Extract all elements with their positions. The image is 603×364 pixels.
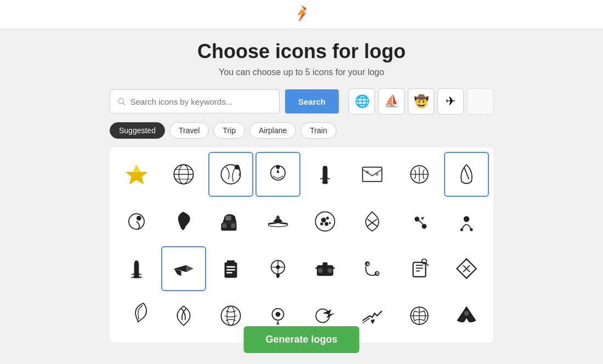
icon-cell[interactable] xyxy=(444,293,489,338)
filter-btn-trip[interactable]: Trip xyxy=(213,122,245,139)
svg-point-40 xyxy=(470,228,473,231)
svg-marker-6 xyxy=(133,164,140,173)
svg-line-59 xyxy=(426,263,428,265)
svg-point-27 xyxy=(268,223,287,227)
svg-point-50 xyxy=(318,268,323,273)
preview-icon-3[interactable]: 🤠 xyxy=(408,88,434,115)
icon-cell[interactable]: AB xyxy=(350,246,395,291)
icon-cell[interactable] xyxy=(397,246,442,291)
brand-logo xyxy=(292,4,311,24)
svg-rect-16 xyxy=(362,167,382,181)
preview-icon-5[interactable] xyxy=(467,88,493,115)
generate-button[interactable]: Generate logos xyxy=(243,326,359,353)
preview-icon-1[interactable]: 🌐 xyxy=(349,88,375,115)
svg-point-29 xyxy=(321,218,326,223)
icon-cell[interactable] xyxy=(208,199,253,244)
svg-point-25 xyxy=(231,224,236,229)
icon-cell[interactable] xyxy=(161,246,206,291)
icon-cell[interactable] xyxy=(161,293,206,338)
svg-point-60 xyxy=(221,306,240,325)
svg-point-15 xyxy=(276,165,280,169)
icon-cell[interactable] xyxy=(161,152,206,197)
icon-cell[interactable] xyxy=(114,199,159,244)
svg-point-48 xyxy=(276,265,280,269)
top-bar xyxy=(0,0,603,29)
icon-cell[interactable] xyxy=(397,293,442,338)
svg-point-68 xyxy=(464,311,469,316)
icon-cell[interactable] xyxy=(114,152,159,197)
svg-rect-46 xyxy=(226,272,232,274)
icon-cell[interactable] xyxy=(161,199,206,244)
svg-text:A: A xyxy=(366,262,369,266)
icon-cell[interactable] xyxy=(303,152,348,197)
icon-cell[interactable] xyxy=(444,246,489,291)
icon-cell[interactable] xyxy=(350,199,395,244)
svg-point-61 xyxy=(227,306,235,325)
icon-cell[interactable] xyxy=(444,199,489,244)
svg-point-64 xyxy=(316,309,329,323)
svg-rect-42 xyxy=(227,260,231,263)
icon-cell[interactable] xyxy=(255,152,300,197)
icon-cell[interactable] xyxy=(114,246,159,291)
filter-btn-train[interactable]: Train xyxy=(300,122,336,139)
icon-grid: AB xyxy=(114,152,489,338)
generate-button-wrapper: Generate logos xyxy=(243,326,359,353)
main-content: Choose icons for logo You can choose up … xyxy=(110,29,493,343)
search-button[interactable]: Search xyxy=(285,89,339,113)
svg-point-3 xyxy=(118,99,124,104)
svg-line-4 xyxy=(123,103,125,105)
search-box xyxy=(110,89,280,113)
selected-icons-preview: 🌐 ⛵ 🤠 ✈ xyxy=(349,88,493,115)
icon-cell[interactable] xyxy=(255,199,300,244)
svg-text:B: B xyxy=(376,271,379,275)
icon-cell[interactable] xyxy=(397,152,442,197)
svg-point-22 xyxy=(136,215,141,220)
svg-point-17 xyxy=(366,170,369,173)
svg-point-24 xyxy=(222,224,227,229)
svg-point-30 xyxy=(326,217,329,219)
filter-btn-suggested[interactable]: Suggested xyxy=(110,122,165,139)
icon-cell[interactable] xyxy=(444,152,489,197)
icon-cell[interactable] xyxy=(350,152,395,197)
icon-cell[interactable] xyxy=(208,152,253,197)
svg-point-58 xyxy=(422,259,426,264)
preview-icon-4[interactable]: ✈ xyxy=(437,88,464,115)
icon-cell[interactable] xyxy=(397,199,442,244)
icon-grid-container: AB xyxy=(110,147,493,343)
svg-rect-44 xyxy=(226,266,235,268)
page-title: Choose icons for logo xyxy=(197,40,406,63)
icon-cell[interactable] xyxy=(255,246,300,291)
svg-rect-26 xyxy=(225,215,231,220)
svg-point-18 xyxy=(376,173,378,175)
filter-row: SuggestedTravelTripAirplaneTrain xyxy=(110,122,493,139)
preview-icon-2[interactable]: ⛵ xyxy=(378,88,405,115)
svg-point-33 xyxy=(329,222,331,224)
icon-cell[interactable] xyxy=(303,246,348,291)
svg-point-39 xyxy=(460,228,463,231)
icon-cell[interactable] xyxy=(114,293,159,338)
svg-rect-57 xyxy=(413,263,426,277)
search-input[interactable] xyxy=(130,97,272,106)
svg-point-63 xyxy=(276,312,281,317)
filter-btn-airplane[interactable]: Airplane xyxy=(249,122,296,139)
page-subtitle: You can choose up to 5 icons for your lo… xyxy=(219,67,384,77)
svg-point-38 xyxy=(464,216,470,222)
svg-point-51 xyxy=(327,268,332,273)
icon-cell[interactable] xyxy=(303,199,348,244)
svg-rect-43 xyxy=(231,260,235,263)
svg-rect-45 xyxy=(226,269,235,271)
svg-rect-52 xyxy=(323,263,328,266)
svg-point-31 xyxy=(325,222,328,226)
svg-point-32 xyxy=(320,223,323,225)
filter-btn-travel[interactable]: Travel xyxy=(169,122,209,139)
icon-cell[interactable] xyxy=(208,246,253,291)
search-icon xyxy=(117,96,126,106)
